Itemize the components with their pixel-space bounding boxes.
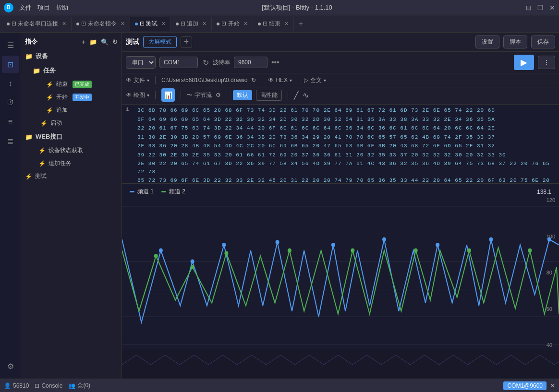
tab-dot xyxy=(258,23,261,25)
sidebar-icon-transfer[interactable]: ↕ xyxy=(2,75,19,92)
chevron-down-icon2: ▾ xyxy=(290,78,292,83)
tree-item-test[interactable]: ⚡ 测试 xyxy=(21,170,122,183)
tab-close[interactable]: ✕ xyxy=(202,21,207,27)
toolbar-divider7 xyxy=(288,91,288,99)
tab-close[interactable]: ✕ xyxy=(121,21,125,27)
hex-toolbar-item[interactable]: 👁 HEX ▾ xyxy=(268,77,292,83)
sidebar-icon-active[interactable]: ⊡ xyxy=(2,56,19,73)
channel2-label: 频道 2 xyxy=(169,188,185,196)
tree-web-api[interactable]: 📁 WEB接口 xyxy=(21,130,122,144)
statusbar: 👤 56810 ⊡ Console 👥 众(0) COM1@9600 ✕ xyxy=(0,379,559,392)
settings-gear-icon[interactable]: ⚙ xyxy=(216,92,221,98)
hex-row: 31 30 2E 30 3B 20 57 69 6E 36 34 3B 20 7… xyxy=(126,133,555,142)
tab-dot xyxy=(176,23,179,25)
baud-rate-input[interactable] xyxy=(234,57,267,68)
tree-item-add-task[interactable]: ⚡ 追加任务 xyxy=(29,157,122,170)
data-point xyxy=(382,237,386,241)
toolbar-divider xyxy=(155,76,156,84)
maximize-button[interactable]: ❐ xyxy=(537,4,544,12)
lightning-icon: ⚡ xyxy=(38,160,46,167)
file-toolbar-item[interactable]: 👁 文件 ▾ xyxy=(126,76,149,84)
status-console[interactable]: ⊡ Console xyxy=(35,382,62,389)
tab-close[interactable]: ✕ xyxy=(284,21,289,27)
cmd-folder-icon[interactable]: 📁 xyxy=(89,38,97,46)
tree-item-start[interactable]: ⚡ 开始 开发中 xyxy=(36,91,122,104)
large-screen-button[interactable]: 大屏模式 xyxy=(143,36,177,48)
save-button[interactable]: 保存 xyxy=(531,36,555,48)
toolbar-divider6 xyxy=(227,91,227,99)
run-button[interactable]: ▶ xyxy=(514,55,534,70)
port-value-input[interactable] xyxy=(159,57,198,68)
chart-area: 频道 1 频道 2 138.1 120 100 80 60 40 xyxy=(122,184,559,350)
tree-item-append[interactable]: ⚡ 追加 xyxy=(36,104,122,117)
menu-help[interactable]: 帮助 xyxy=(56,3,68,12)
file-path-item[interactable]: C:\Users\56810\Desktop\0.drawio xyxy=(161,77,247,83)
tree-item-end[interactable]: ⚡ 结束 已完成 xyxy=(36,78,122,91)
toolbar-divider3 xyxy=(298,76,298,84)
refresh-path-icon[interactable]: ↻ xyxy=(251,77,256,83)
settings-button[interactable]: 设置 xyxy=(475,36,499,48)
default-tag[interactable]: 默认 xyxy=(233,90,252,100)
wave-smooth-icon[interactable]: ∿ xyxy=(303,91,309,100)
chart-view-item[interactable]: 👁 绘图 ▾ xyxy=(126,91,149,99)
tree-item-label: 追加任务 xyxy=(49,159,72,167)
menu-project[interactable]: 项目 xyxy=(37,3,50,12)
tab-close[interactable]: ✕ xyxy=(161,21,166,27)
sidebar-icon-command[interactable]: ☰ xyxy=(2,36,19,54)
tab-end[interactable]: ⊡ 结束 ✕ xyxy=(253,17,294,31)
port-type-select[interactable]: 串口 xyxy=(126,56,156,69)
script-button[interactable]: 脚本 xyxy=(503,36,527,48)
tree-tasks[interactable]: 📁 任务 xyxy=(29,63,122,78)
tab-label: ⊡ 未命名串口连接 xyxy=(12,20,58,28)
mini-wave-line xyxy=(122,355,559,365)
user-icon: 👤 xyxy=(4,382,11,389)
byte-stream-item[interactable]: 〜 字节流 xyxy=(187,91,212,99)
high-perf-tag[interactable]: 高性能 xyxy=(256,90,282,101)
hex-row: 1 3C 6D 78 66 69 6C 65 20 68 6F 73 74 3D… xyxy=(126,107,555,115)
refresh-icon[interactable]: ↻ xyxy=(203,58,209,67)
chart-icon-button[interactable]: 📊 xyxy=(161,88,175,102)
tab-unnamed-serial[interactable]: ⊡ 未命名串口连接 ✕ xyxy=(2,17,72,31)
tab-label: ⊡ 测试 xyxy=(140,20,158,28)
close-button[interactable]: ✕ xyxy=(549,4,555,12)
tab-close[interactable]: ✕ xyxy=(62,21,66,27)
tree-item-boot[interactable]: ⚡ 启动 xyxy=(29,117,122,130)
status-members[interactable]: 👥 众(0) xyxy=(68,381,90,390)
tab-close[interactable]: ✕ xyxy=(243,21,248,27)
tab-start[interactable]: ⊡ 开始 ✕ xyxy=(212,17,253,31)
tab-label: ⊡ 开始 xyxy=(221,20,239,28)
all-text-item[interactable]: ▷ 全文 ▾ xyxy=(304,76,326,84)
run-more-button[interactable]: ⋮ xyxy=(538,56,555,69)
minimize-button[interactable]: ⊟ xyxy=(526,4,532,12)
tree-item-label: 结束 xyxy=(56,80,68,88)
cmd-add-icon[interactable]: + xyxy=(82,38,85,46)
tab-unnamed-cmd[interactable]: ⊡ 未命名指令 ✕ xyxy=(72,17,130,31)
data-point-green xyxy=(154,254,158,258)
chart-current-value: 138.1 xyxy=(537,189,551,195)
tree-item-device-status[interactable]: ⚡ 设备状态获取 xyxy=(29,144,122,157)
sidebar-icon-list[interactable]: ≡ xyxy=(2,113,19,131)
chart-toolbar: 👁 绘图 ▾ 📊 〜 字节流 ⚙ 默认 高性能 ╱ ∿ xyxy=(122,87,559,105)
toolbar-divider2 xyxy=(262,76,262,84)
toolbar-divider4 xyxy=(155,91,156,99)
sidebar-icon-settings[interactable]: ⚙ xyxy=(2,357,19,375)
hex-row: 22 20 61 67 75 63 74 3D 22 34 44 20 6F 6… xyxy=(126,124,555,132)
tab-append[interactable]: ⊡ 追加 ✕ xyxy=(171,17,212,31)
hex-row-data: 31 30 2E 30 3B 20 57 69 6E 36 34 3B 20 7… xyxy=(137,133,555,142)
connection-close-button[interactable]: ✕ xyxy=(550,382,555,389)
tabbar: ⊡ 未命名串口连接 ✕ ⊡ 未命名指令 ✕ ⊡ 测试 ✕ ⊡ 追加 ✕ ⊡ 开始… xyxy=(0,15,559,33)
tab-add-button[interactable]: + xyxy=(294,17,308,31)
tree-label: 设备 xyxy=(36,52,48,60)
more-options-icon[interactable]: ••• xyxy=(271,58,280,67)
members-count: 众(0) xyxy=(77,381,90,390)
sidebar-icon-extra[interactable]: ≣ xyxy=(2,132,19,150)
menu-file[interactable]: 文件 xyxy=(19,3,32,12)
sidebar-icon-timer[interactable]: ⏱ xyxy=(2,94,19,111)
tab-test[interactable]: ⊡ 测试 ✕ xyxy=(130,17,171,31)
cmd-refresh-icon[interactable]: ↻ xyxy=(112,38,118,46)
content-tab-add-button[interactable]: + xyxy=(181,36,192,48)
cmd-search-icon[interactable]: 🔍 xyxy=(101,38,109,46)
tree-devices[interactable]: 📁 设备 xyxy=(21,49,122,63)
wave-linear-icon[interactable]: ╱ xyxy=(294,91,299,100)
tab-label: ⊡ 追加 xyxy=(181,20,198,28)
